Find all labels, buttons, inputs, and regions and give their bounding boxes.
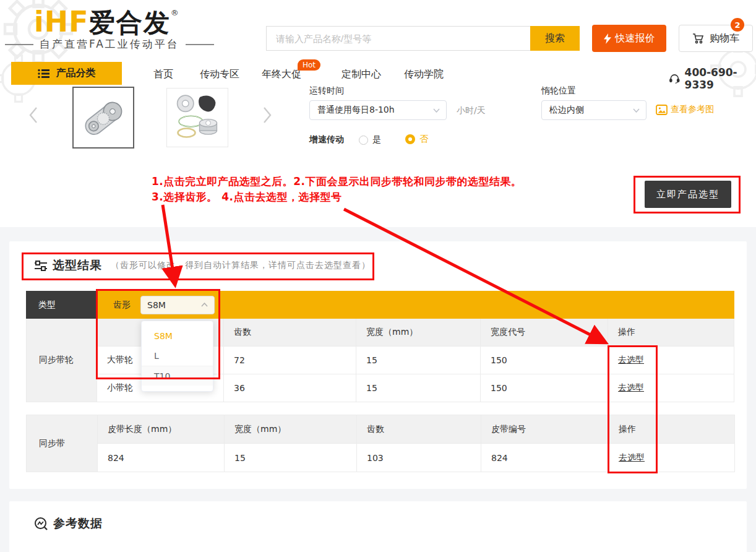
column-header-belt-no: 皮带编号 (481, 415, 609, 444)
pulley-row-label: 同步带轮 (26, 319, 97, 402)
logo-registered-mark: ® (171, 8, 179, 17)
pulley-width-code-cell: 150 (481, 374, 608, 402)
start-selection-button[interactable]: 立即产品选型 (645, 181, 731, 208)
search-input[interactable] (266, 26, 530, 51)
dropdown-option-t10[interactable]: T10 (142, 366, 213, 386)
runtime-select[interactable]: 普通使用每日8-10h (309, 100, 447, 120)
page: iHF爱合发® 自产直营FA工业传动平台 搜索 快速报价 购物车 2 产品分类 … (0, 0, 756, 552)
phone-number: 400-690-9339 (685, 66, 756, 91)
quick-quote-button[interactable]: 快速报价 (592, 25, 666, 52)
tooth-profile-dropdown: S8M L T10 (141, 321, 213, 392)
column-header-width: 宽度（mm） (225, 415, 357, 444)
quick-quote-label: 快速报价 (616, 32, 655, 45)
tagline-dash (5, 44, 33, 45)
cart-icon (692, 33, 705, 44)
search-button[interactable]: 搜索 (530, 26, 580, 51)
view-reference-link[interactable]: 查看参考图 (656, 104, 714, 115)
product-thumb-pulley-kit[interactable] (166, 88, 228, 147)
sliders-icon (34, 259, 48, 272)
pulley-kit-image (170, 92, 225, 144)
belt-table: 同步带 皮带长度（mm） 宽度（mm） 齿数 皮带编号 操作 824 15 10… (26, 415, 735, 472)
results-section-header: 选型结果 （齿形可以修改，得到自动计算结果，详情可点击去选型查看） (34, 257, 371, 274)
nav-item-drive-zone[interactable]: 传动专区 (200, 68, 239, 81)
nav-item-home[interactable]: 首页 (153, 68, 173, 81)
catalog-label: 产品分类 (56, 67, 96, 80)
tagline-dash (186, 44, 214, 45)
tooth-header-bar: 齿形 S8M (97, 291, 734, 319)
radio-selected-icon (405, 134, 415, 144)
hot-badge: Hot (298, 59, 320, 71)
annotation-line-2: 3.选择齿形。 4.点击去选型，选择型号 (152, 190, 342, 204)
go-select-link[interactable]: 去选型 (619, 452, 645, 464)
runtime-unit: 小时/天 (457, 105, 486, 116)
nav-item-drive-academy[interactable]: 传动学院 (404, 68, 444, 81)
results-subtitle: （齿形可以修改，得到自动计算结果，详情可点击去选型查看） (111, 260, 371, 271)
idler-select[interactable]: 松边内侧 (541, 100, 646, 120)
belt-width-cell: 15 (225, 444, 357, 472)
column-header-action: 操作 (609, 415, 735, 444)
reference-title: 参考数据 (53, 515, 103, 532)
chevron-up-icon (201, 303, 208, 307)
lightning-icon (604, 33, 611, 44)
pulley-action-cell: 去选型 (608, 347, 734, 374)
list-icon (38, 69, 50, 79)
search-bar: 搜索 (266, 26, 580, 51)
results-title: 选型结果 (53, 257, 102, 274)
belt-teeth-cell: 103 (357, 444, 481, 472)
pulley-width-code-cell: 150 (481, 347, 608, 374)
carousel-prev-button[interactable] (28, 106, 38, 126)
image-icon (656, 105, 668, 115)
belt-no-cell: 824 (481, 444, 609, 472)
pulley-action-cell: 去选型 (608, 374, 734, 402)
dropdown-option-s8m[interactable]: S8M (142, 326, 213, 346)
brand-tagline: 自产直营FA工业传动平台 (5, 37, 214, 51)
dropdown-option-l[interactable]: L (142, 346, 213, 366)
reference-card (9, 501, 747, 552)
type-header-cell: 类型 (26, 291, 97, 319)
tagline-text: 自产直营FA工业传动平台 (40, 37, 179, 51)
column-header-belt-length: 皮带长度（mm） (98, 415, 225, 444)
nav-item-custom-center[interactable]: 定制中心 (341, 68, 381, 81)
product-thumb-belt-drive[interactable] (72, 87, 134, 149)
view-reference-label: 查看参考图 (671, 104, 714, 115)
column-header-width-code: 宽度代号 (481, 319, 608, 347)
reference-section-header: 参考数据 (34, 515, 103, 532)
column-header-teeth: 齿数 (224, 319, 356, 347)
radio-circle-icon (359, 136, 368, 145)
trend-chart-icon (34, 517, 48, 531)
cart-label: 购物车 (710, 32, 739, 45)
logo[interactable]: iHF爱合发® (34, 5, 179, 40)
radio-yes-label: 是 (372, 134, 381, 145)
pulley-teeth-cell: 36 (224, 374, 356, 402)
runtime-value: 普通使用每日8-10h (317, 105, 395, 116)
pulley-width-cell: 15 (356, 347, 481, 374)
column-header-width: 宽度（mm） (356, 319, 481, 347)
catalog-button[interactable]: 产品分类 (11, 62, 122, 85)
runtime-label: 运转时间 (309, 85, 344, 97)
cart-count-badge: 2 (731, 18, 744, 32)
go-select-link[interactable]: 去选型 (618, 382, 644, 394)
carousel-next-button[interactable] (262, 106, 272, 126)
annotation-line-1: 1.点击完立即产品选型之后。2.下面会显示出同步带轮和同步带的选型结果。 (152, 175, 522, 189)
idler-value: 松边内侧 (549, 105, 584, 116)
column-header-teeth: 齿数 (357, 415, 481, 444)
service-phone: 400-690-9339 (669, 66, 756, 91)
chevron-down-icon (633, 108, 640, 113)
radio-no[interactable]: 否 (405, 134, 428, 145)
speedup-label: 增速传动 (309, 134, 344, 145)
belt-action-cell: 去选型 (609, 444, 735, 472)
tooth-profile-select[interactable]: S8M (140, 296, 215, 314)
headset-icon (669, 73, 680, 84)
chevron-down-icon (433, 108, 440, 113)
go-select-link[interactable]: 去选型 (618, 355, 644, 366)
pulley-teeth-cell: 72 (224, 347, 356, 374)
tooth-value: S8M (147, 300, 166, 310)
radio-yes[interactable]: 是 (359, 134, 381, 145)
nav-item-year-end-sale[interactable]: 年终大促 (262, 68, 301, 81)
belt-row-label: 同步带 (27, 415, 98, 472)
logo-ihf-text: iHF (34, 5, 89, 38)
radio-no-label: 否 (419, 134, 428, 145)
belt-length-cell: 824 (98, 444, 225, 472)
tooth-label: 齿形 (113, 300, 131, 311)
belt-drive-image (77, 91, 130, 144)
